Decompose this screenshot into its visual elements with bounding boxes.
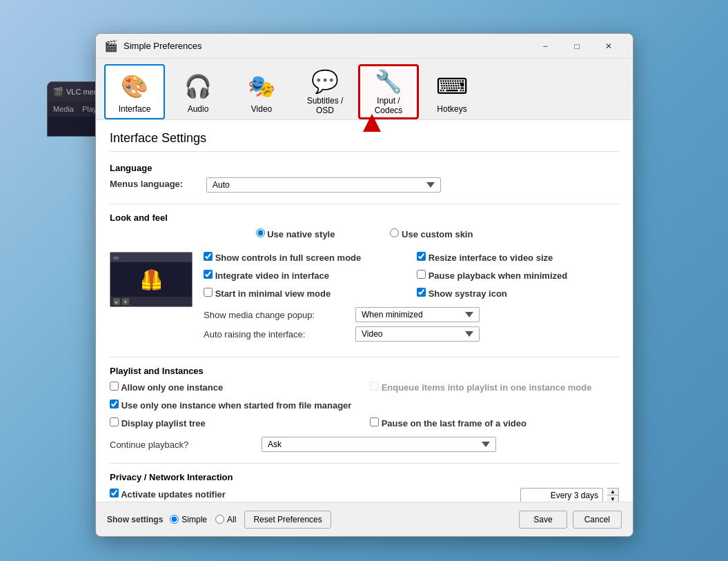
pause-last-frame-label: Pause on the last frame of a video (382, 418, 527, 429)
privacy-right: ▲ ▼ (520, 488, 619, 502)
tab-audio-label: Audio (188, 104, 209, 114)
tab-hotkeys-label: Hotkeys (437, 104, 466, 114)
tab-subtitles-label: Subtitles / OSD (299, 96, 351, 115)
style-radio-group: Use native style Use custom skin (110, 228, 619, 242)
tab-audio[interactable]: 🎧 Audio (168, 64, 228, 119)
save-button[interactable]: Save (519, 511, 567, 529)
section-title: Interface Settings (110, 131, 619, 152)
tab-video[interactable]: 🎭 Video (231, 64, 292, 119)
minimize-button[interactable]: − (529, 35, 561, 57)
divider-1 (110, 204, 619, 204)
tab-subtitles[interactable]: 💬 Subtitles / OSD (295, 64, 355, 119)
hotkeys-icon: ⌨ (435, 70, 469, 103)
playlist-label: Playlist and Instances (110, 366, 619, 376)
native-style-radio[interactable]: Use native style (256, 228, 335, 239)
auto-raise-label: Auto raising the interface: (204, 329, 355, 339)
tab-hotkeys[interactable]: ⌨ Hotkeys (422, 64, 482, 119)
cancel-button[interactable]: Cancel (573, 511, 622, 529)
tab-input-label: Input / Codecs (363, 96, 414, 115)
spin-arrows: ▲ ▼ (607, 488, 619, 502)
updates-check[interactable]: Activate updates notifier (110, 489, 520, 500)
input-codecs-icon: 🔧 (372, 68, 405, 95)
all-radio[interactable]: All (215, 515, 236, 524)
bottom-bar: Show settings Simple All Reset Preferenc… (96, 502, 633, 536)
dialog-titlebar: 🎬 Simple Preferences − □ ✕ (96, 34, 633, 59)
all-label: All (227, 515, 236, 524)
look-feel-label: Look and feel (110, 213, 619, 223)
video-icon: 🎭 (245, 70, 278, 103)
playlist-group: Playlist and Instances Allow only one in… (110, 366, 619, 452)
privacy-group: Privacy / Network Interaction Activate u… (110, 472, 619, 502)
simple-radio[interactable]: Simple (170, 515, 207, 524)
pause-last-frame-check[interactable]: Pause on the last frame of a video (370, 417, 619, 429)
simple-label: Simple (181, 515, 207, 524)
playlist-checkboxes: Allow only one instance Enqueue items in… (110, 382, 619, 431)
fullscreen-controls-check[interactable]: Show controls in full screen mode (204, 252, 406, 263)
file-manager-label: Use only one instance when started from … (121, 400, 352, 411)
privacy-updates-row: Activate updates notifier ▲ ▼ (110, 488, 619, 502)
preview-content: 🦺 (110, 262, 192, 297)
fullscreen-controls-label: Show controls in full screen mode (215, 253, 362, 263)
language-group: Language Menus language: Auto English Fr… (110, 163, 619, 193)
divider-2 (110, 357, 619, 357)
privacy-label: Privacy / Network Interaction (110, 472, 619, 482)
integrate-video-label: Integrate video in interface (215, 270, 329, 281)
one-instance-check[interactable]: Allow only one instance (110, 382, 359, 393)
subtitles-icon: 💬 (308, 68, 342, 95)
look-feel-options: Show controls in full screen mode Resize… (204, 249, 619, 346)
enqueue-items-label: Enqueue items into playlist in one insta… (382, 382, 592, 393)
one-instance-label: Allow only one instance (121, 382, 223, 393)
media-popup-label: Show media change popup: (204, 310, 355, 320)
dialog-title: Simple Preferences (124, 41, 529, 51)
display-tree-check[interactable]: Display playlist tree (110, 417, 359, 429)
language-label: Language (110, 163, 619, 173)
preview-stop-icon: ■ (122, 298, 129, 305)
auto-raise-row: Auto raising the interface: Video Never … (204, 326, 619, 342)
look-feel-block: vlc 🦺 ▶ ■ Show controls in full scree (110, 249, 619, 346)
divider-3 (110, 463, 619, 464)
look-feel-group: Look and feel Use native style Use custo… (110, 213, 619, 346)
reset-preferences-button[interactable]: Reset Preferences (244, 511, 331, 529)
preview-titlebar: vlc (110, 253, 192, 262)
systray-check[interactable]: Show systray icon (417, 288, 619, 299)
resize-interface-label: Resize interface to video size (429, 253, 553, 263)
menus-language-select[interactable]: Auto English French (206, 177, 441, 193)
media-popup-select[interactable]: When minimized Never Always (355, 307, 480, 322)
media-popup-row: Show media change popup: When minimized … (204, 307, 619, 322)
interface-icon: 🎨 (118, 70, 151, 103)
enqueue-items-check[interactable]: Enqueue items into playlist in one insta… (370, 382, 619, 393)
auto-raise-select[interactable]: Video Never Always (355, 326, 480, 342)
custom-skin-radio[interactable]: Use custom skin (390, 228, 473, 239)
file-manager-check[interactable]: Use only one instance when started from … (110, 400, 619, 411)
custom-skin-label: Use custom skin (402, 229, 473, 239)
maximize-button[interactable]: □ (561, 35, 593, 57)
nav-tabs: 🎨 Interface 🎧 Audio 🎭 Video 💬 Subtitles … (96, 59, 633, 119)
tab-input-codecs[interactable]: 🔧 Input / Codecs (358, 64, 419, 119)
minimal-view-check[interactable]: Start in minimal view mode (204, 288, 406, 299)
tab-interface[interactable]: 🎨 Interface (104, 64, 165, 119)
tab-interface-label: Interface (119, 104, 151, 114)
preview-play-icon: ▶ (113, 298, 120, 305)
pause-minimized-check[interactable]: Pause playback when minimized (417, 270, 619, 281)
resize-interface-check[interactable]: Resize interface to video size (417, 252, 619, 263)
close-button[interactable]: ✕ (593, 35, 624, 57)
continue-playback-row: Continue playback? Ask Never Always (110, 437, 619, 452)
spin-up-button[interactable]: ▲ (607, 489, 618, 495)
bg-vlc-menu-media[interactable]: Media (53, 105, 74, 113)
tab-video-label: Video (251, 104, 272, 114)
menus-language-label: Menus language: (110, 179, 206, 189)
native-style-label: Use native style (267, 229, 335, 239)
continue-playback-label: Continue playback? (110, 440, 262, 450)
interface-preview: vlc 🦺 ▶ ■ (110, 252, 193, 307)
continue-playback-select[interactable]: Ask Never Always (262, 437, 496, 452)
spin-down-button[interactable]: ▼ (607, 495, 618, 502)
content-area: Interface Settings Language Menus langua… (96, 119, 633, 502)
pause-minimized-label: Pause playback when minimized (429, 270, 568, 281)
integrate-video-check[interactable]: Integrate video in interface (204, 270, 406, 281)
audio-icon: 🎧 (181, 70, 215, 103)
display-tree-label: Display playlist tree (121, 418, 206, 429)
systray-label: Show systray icon (429, 288, 507, 299)
update-frequency-input[interactable] (520, 488, 603, 502)
menus-language-row: Menus language: Auto English French (110, 177, 619, 193)
look-feel-checkboxes: Show controls in full screen mode Resize… (204, 252, 619, 302)
